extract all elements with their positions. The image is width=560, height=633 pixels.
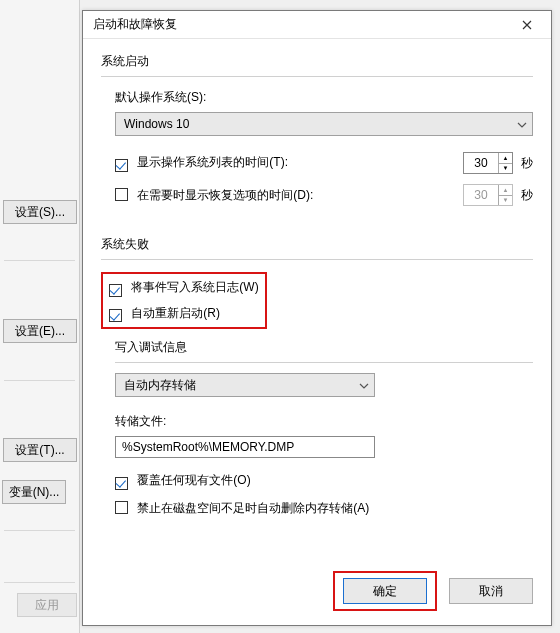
row-show-os-list: 显示操作系统列表的时间(T): 30 ▲ ▼ 秒 xyxy=(115,152,533,174)
auto-restart-label: 自动重新启动(R) xyxy=(131,306,220,320)
dump-file-label: 转储文件: xyxy=(115,413,533,430)
checkbox-overwrite[interactable] xyxy=(115,477,128,490)
show-os-list-label: 显示操作系统列表的时间(T): xyxy=(137,155,288,169)
divider xyxy=(101,76,533,77)
overwrite-label: 覆盖任何现有文件(O) xyxy=(137,473,250,487)
bg-env-vars-button[interactable]: 变量(N)... xyxy=(2,480,66,504)
bg-settings-button-s[interactable]: 设置(S)... xyxy=(3,200,77,224)
spinner-value: 30 xyxy=(464,153,498,173)
spinner-down-icon: ▼ xyxy=(499,196,512,206)
dialog-content: 系统启动 默认操作系统(S): Windows 10 显示操作系统列表的时间(T… xyxy=(83,39,551,547)
seconds-label: 秒 xyxy=(521,155,533,172)
debug-info-select[interactable]: 自动内存转储 xyxy=(115,373,375,397)
show-recovery-label: 在需要时显示恢复选项的时间(D): xyxy=(137,188,313,202)
close-icon xyxy=(522,20,532,30)
write-log-label: 将事件写入系统日志(W) xyxy=(131,280,258,294)
divider xyxy=(4,582,75,583)
checkbox-show-recovery[interactable] xyxy=(115,188,128,201)
highlight-box: 确定 xyxy=(333,571,437,611)
checkbox-auto-restart[interactable] xyxy=(109,309,122,322)
titlebar: 启动和故障恢复 xyxy=(83,11,551,39)
divider xyxy=(115,362,533,363)
spinner-os-list-seconds[interactable]: 30 ▲ ▼ xyxy=(463,152,513,174)
seconds-label: 秒 xyxy=(521,187,533,204)
spinner-up-icon[interactable]: ▲ xyxy=(499,153,512,164)
ok-button[interactable]: 确定 xyxy=(343,578,427,604)
highlight-box: 将事件写入系统日志(W) 自动重新启动(R) xyxy=(101,272,267,329)
checkbox-no-delete-lowdisk[interactable] xyxy=(115,501,128,514)
spinner-down-icon[interactable]: ▼ xyxy=(499,164,512,174)
group-title-failure: 系统失败 xyxy=(101,236,533,253)
spinner-up-icon: ▲ xyxy=(499,185,512,196)
bg-settings-button-e[interactable]: 设置(E)... xyxy=(3,319,77,343)
debug-info-label: 写入调试信息 xyxy=(115,339,533,356)
divider xyxy=(4,260,75,261)
bg-apply-button: 应用 xyxy=(17,593,77,617)
spinner-value: 30 xyxy=(464,185,498,205)
dialog-footer: 确定 取消 xyxy=(333,571,533,611)
startup-recovery-dialog: 启动和故障恢复 系统启动 默认操作系统(S): Windows 10 xyxy=(82,10,552,626)
background-panel: 设置(S)... 设置(E)... 设置(T)... 变量(N)... 应用 xyxy=(0,0,80,633)
no-delete-lowdisk-label: 禁止在磁盘空间不足时自动删除内存转储(A) xyxy=(137,501,369,515)
group-title-startup: 系统启动 xyxy=(101,53,533,70)
default-os-select[interactable]: Windows 10 xyxy=(115,112,533,136)
group-system-failure: 系统失败 将事件写入系统日志(W) 自动重新启动(R) 写入调试信息 自动内存转… xyxy=(101,236,533,517)
dialog-title: 启动和故障恢复 xyxy=(93,16,177,33)
divider xyxy=(4,530,75,531)
group-system-startup: 系统启动 默认操作系统(S): Windows 10 显示操作系统列表的时间(T… xyxy=(101,53,533,206)
checkbox-write-log[interactable] xyxy=(109,284,122,297)
divider xyxy=(101,259,533,260)
row-show-recovery: 在需要时显示恢复选项的时间(D): 30 ▲ ▼ 秒 xyxy=(115,184,533,206)
close-button[interactable] xyxy=(507,13,547,37)
divider xyxy=(4,380,75,381)
dump-file-input[interactable]: %SystemRoot%\MEMORY.DMP xyxy=(115,436,375,458)
checkbox-show-os-list[interactable] xyxy=(115,159,128,172)
spinner-recovery-seconds: 30 ▲ ▼ xyxy=(463,184,513,206)
default-os-value: Windows 10 xyxy=(115,112,533,136)
default-os-label: 默认操作系统(S): xyxy=(115,89,533,106)
debug-info-value: 自动内存转储 xyxy=(115,373,375,397)
bg-settings-button-t[interactable]: 设置(T)... xyxy=(3,438,77,462)
cancel-button[interactable]: 取消 xyxy=(449,578,533,604)
